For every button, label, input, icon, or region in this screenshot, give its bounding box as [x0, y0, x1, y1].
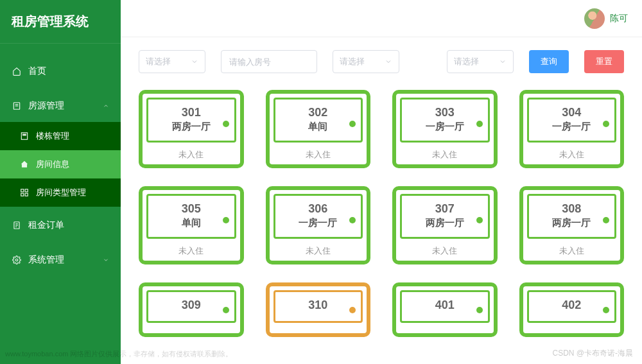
room-number: 308: [533, 202, 611, 216]
room-number: 310: [279, 299, 358, 312]
room-number: 402: [533, 299, 611, 312]
room-card[interactable]: 309: [139, 282, 244, 337]
room-number: 307: [406, 202, 484, 216]
query-button[interactable]: 查询: [529, 50, 569, 73]
filter-bar: 请选择 请选择 请选择 查询 重置: [139, 50, 624, 73]
door-knob-icon: [603, 307, 609, 313]
room-number-input[interactable]: [221, 50, 317, 73]
room-status: 未入住: [527, 149, 617, 160]
content: 请选择 请选择 请选择 查询 重置 301两房一厅未入住302单间未入住303一…: [121, 37, 642, 364]
room-card[interactable]: 306一房一厅未入住: [266, 186, 371, 264]
sidebar-item-label: 楼栋管理: [36, 130, 69, 142]
room-type: 两房一厅: [152, 121, 230, 133]
door-knob-icon: [476, 217, 483, 223]
room-status: 未入住: [146, 245, 236, 257]
room-status: 未入住: [273, 245, 363, 257]
sidebar-sub-room-type[interactable]: 房间类型管理: [0, 178, 121, 207]
room-status: 未入住: [400, 149, 490, 160]
sidebar-item-system[interactable]: 系统管理: [0, 244, 121, 276]
sidebar-sub-room-info[interactable]: 房间信息: [0, 150, 121, 178]
room-door: 302单间: [273, 98, 363, 143]
document-icon: [12, 101, 22, 111]
room-door: 307两房一厅: [400, 194, 490, 239]
filter-select-3[interactable]: 请选择: [447, 50, 514, 73]
select-placeholder: 请选择: [454, 56, 479, 67]
room-door: 308两房一厅: [527, 194, 617, 239]
room-door: 304一房一厅: [527, 98, 617, 143]
chevron-down-icon: [499, 58, 507, 65]
avatar[interactable]: [584, 8, 605, 29]
sidebar-item-label: 房源管理: [28, 100, 64, 112]
room-card[interactable]: 307两房一厅未入住: [392, 186, 498, 264]
svg-rect-6: [21, 189, 24, 192]
door-knob-icon: [476, 307, 483, 313]
chevron-down-icon: [385, 58, 392, 65]
room-type: 两房一厅: [533, 217, 611, 229]
sidebar-item-rent-order[interactable]: 租金订单: [0, 209, 121, 241]
filter-select-2[interactable]: 请选择: [333, 50, 399, 73]
sidebar-sub-building[interactable]: 楼栋管理: [0, 122, 121, 150]
room-card[interactable]: 304一房一厅未入住: [519, 90, 625, 168]
door-knob-icon: [223, 307, 229, 313]
room-door: 310: [273, 290, 363, 323]
room-number: 302: [279, 106, 358, 119]
username[interactable]: 陈可: [610, 13, 628, 24]
room-door: 301两房一厅: [146, 98, 236, 143]
room-door: 402: [527, 290, 617, 323]
room-number: 303: [406, 106, 484, 119]
sidebar: 租房管理系统 首页 房源管理 楼栋管理 房间信息: [0, 0, 121, 364]
door-knob-icon: [349, 307, 356, 313]
svg-rect-4: [23, 134, 24, 135]
room-type: 单间: [279, 121, 358, 133]
door-knob-icon: [223, 217, 229, 223]
room-card[interactable]: 308两房一厅未入住: [519, 186, 625, 264]
app-title: 租房管理系统: [0, 0, 121, 44]
svg-rect-3: [21, 133, 27, 140]
house-icon: [19, 159, 30, 169]
room-number: 301: [152, 106, 230, 119]
sidebar-item-label: 首页: [28, 65, 46, 77]
room-card[interactable]: 303一房一厅未入住: [392, 90, 498, 168]
svg-rect-5: [25, 134, 26, 135]
submenu-housing: 楼栋管理 房间信息 房间类型管理: [0, 122, 121, 207]
building-icon: [19, 131, 30, 141]
sidebar-item-label: 系统管理: [28, 254, 64, 266]
room-door: 305单间: [146, 194, 236, 239]
room-card[interactable]: 402: [519, 282, 625, 337]
room-number: 306: [279, 202, 358, 216]
grid-icon: [19, 187, 30, 198]
svg-rect-9: [25, 193, 28, 196]
room-status: 未入住: [527, 245, 617, 257]
door-knob-icon: [223, 121, 229, 127]
room-number: 304: [533, 106, 611, 119]
sidebar-item-housing[interactable]: 房源管理: [0, 90, 121, 122]
room-card[interactable]: 302单间未入住: [266, 90, 371, 168]
home-icon: [12, 66, 22, 76]
main-area: 陈可 请选择 请选择 请选择 查询 重置: [121, 0, 642, 364]
room-status: 未入住: [400, 245, 490, 257]
room-type: 一房一厅: [406, 121, 484, 133]
room-door: 401: [400, 290, 490, 323]
room-number: 401: [406, 299, 484, 312]
room-door: 309: [146, 290, 236, 323]
gear-icon: [12, 255, 22, 265]
sidebar-item-home[interactable]: 首页: [0, 55, 121, 87]
filter-select-1[interactable]: 请选择: [139, 50, 205, 73]
room-type: 单间: [152, 217, 230, 229]
room-number: 309: [152, 299, 230, 312]
room-status: 未入住: [273, 149, 363, 160]
sidebar-item-label: 房间信息: [36, 159, 69, 170]
room-card[interactable]: 301两房一厅未入住: [139, 90, 244, 168]
room-card[interactable]: 310: [266, 282, 371, 337]
svg-rect-8: [21, 193, 24, 196]
sidebar-item-label: 租金订单: [28, 220, 64, 231]
room-card[interactable]: 401: [392, 282, 498, 337]
room-grid: 301两房一厅未入住302单间未入住303一房一厅未入住304一房一厅未入住30…: [139, 90, 624, 337]
select-placeholder: 请选择: [146, 56, 171, 67]
room-number: 305: [152, 202, 230, 216]
room-type: 一房一厅: [533, 121, 611, 133]
svg-rect-7: [25, 189, 28, 192]
door-knob-icon: [476, 121, 483, 127]
room-card[interactable]: 305单间未入住: [139, 186, 244, 264]
reset-button[interactable]: 重置: [584, 50, 624, 73]
